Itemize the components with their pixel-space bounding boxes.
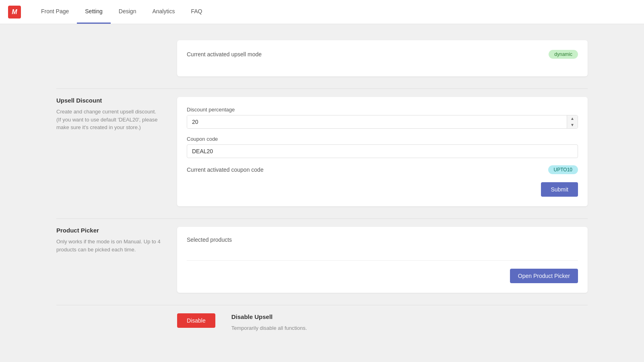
header: M Front Page Setting Design Analytics FA… [0,0,644,24]
upsell-discount-left: Upsell Discount Create and change curren… [56,97,177,206]
submit-area: Submit [187,182,578,197]
disable-button[interactable]: Disable [177,313,215,328]
upsell-discount-desc: Create and change current upsell discoun… [56,108,161,132]
picker-button-area: Open Product Picker [187,269,578,283]
upsell-mode-right: Current activated upsell mode dynamic [177,40,588,76]
upsell-mode-card: Current activated upsell mode dynamic [177,40,588,76]
submit-button[interactable]: Submit [541,182,578,197]
product-picker-right: Selected products Open Product Picker [177,227,588,293]
nav-faq[interactable]: FAQ [183,0,210,24]
nav-design[interactable]: Design [111,0,144,24]
disable-upsell-section: Disable Disable Upsell Temporarily disab… [40,305,604,340]
nav-analytics[interactable]: Analytics [144,0,183,24]
product-picker-section: Product Picker Only works if the mode is… [40,219,604,301]
disable-upsell-info: Disable Upsell Temporarily disable all f… [231,313,307,332]
upsell-discount-card: Discount percentage ▲ ▼ Coupon code Curr… [177,97,588,206]
logo: M [8,6,21,19]
product-picker-left: Product Picker Only works if the mode is… [56,227,177,293]
coupon-code-label: Coupon code [187,136,578,142]
product-picker-desc: Only works if the mode is on Manual. Up … [56,238,161,253]
upsell-mode-badge: dynamic [549,50,578,59]
upsell-mode-row: Current activated upsell mode dynamic [187,50,578,59]
product-picker-title: Product Picker [56,227,161,234]
current-coupon-label: Current activated coupon code [187,167,264,173]
discount-percentage-input[interactable] [187,115,567,128]
spinner-down-button[interactable]: ▼ [567,122,578,128]
upsell-discount-title: Upsell Discount [56,97,161,104]
selected-products-area: Selected products [187,237,578,261]
current-coupon-row: Current activated coupon code UPTO10 [187,165,578,174]
disable-upsell-right: Disable Disable Upsell Temporarily disab… [177,313,588,332]
upsell-discount-right: Discount percentage ▲ ▼ Coupon code Curr… [177,97,588,206]
nav-front-page[interactable]: Front Page [33,0,77,24]
upsell-mode-left [56,40,177,76]
upsell-mode-label: Current activated upsell mode [187,51,262,58]
spinner-up-button[interactable]: ▲ [567,115,578,122]
coupon-code-group: Coupon code [187,136,578,158]
navigation: Front Page Setting Design Analytics FAQ [33,0,211,24]
discount-input-wrapper: ▲ ▼ [187,115,578,129]
disable-upsell-desc: Temporarily disable all functions. [231,324,307,332]
current-coupon-badge: UPTO10 [548,165,578,174]
discount-percentage-label: Discount percentage [187,107,578,113]
disable-upsell-title: Disable Upsell [231,313,307,320]
open-product-picker-button[interactable]: Open Product Picker [510,269,578,283]
discount-spinner: ▲ ▼ [567,115,578,128]
product-picker-card: Selected products Open Product Picker [177,227,588,293]
coupon-code-input[interactable] [187,144,578,158]
discount-percentage-group: Discount percentage ▲ ▼ [187,107,578,129]
nav-setting[interactable]: Setting [77,0,111,24]
upsell-discount-section: Upsell Discount Create and change curren… [40,89,604,214]
selected-products-label: Selected products [187,237,578,243]
main-content: Current activated upsell mode dynamic Up… [40,24,604,348]
upsell-mode-section: Current activated upsell mode dynamic [40,32,604,84]
